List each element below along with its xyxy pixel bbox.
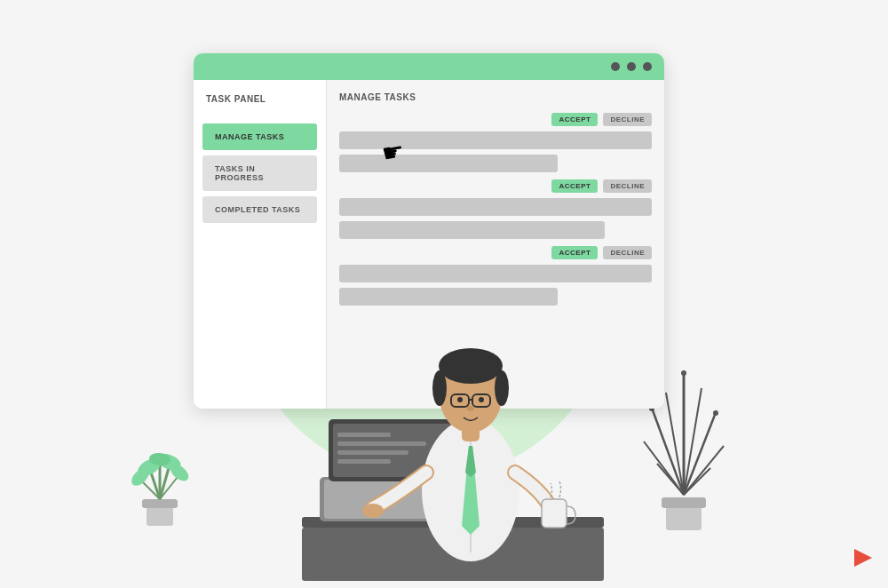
svg-point-50 — [681, 370, 686, 376]
svg-point-23 — [479, 397, 484, 402]
svg-point-18 — [495, 370, 509, 406]
svg-line-43 — [684, 415, 715, 495]
titlebar-dot-2 — [627, 62, 636, 71]
svg-point-16 — [439, 348, 503, 384]
svg-rect-28 — [142, 499, 178, 508]
sidebar-item-tasks-in-progress[interactable]: TASKS IN PROGRESS — [202, 155, 317, 191]
navigation-arrow-icon[interactable] — [851, 545, 876, 576]
svg-point-24 — [467, 406, 474, 411]
decline-button-2[interactable]: DECLINE — [603, 179, 652, 193]
svg-point-22 — [457, 397, 463, 402]
task-group-1: ACCEPT DECLINE — [339, 113, 652, 172]
scene: TASK PANEL MANAGE TASKS TASKS IN PROGRES… — [0, 0, 888, 588]
svg-rect-9 — [337, 459, 391, 464]
sidebar-item-completed-tasks[interactable]: COMPLETED TASKS — [202, 196, 317, 223]
accept-button-3[interactable]: ACCEPT — [551, 246, 598, 259]
person-illustration — [249, 259, 604, 588]
svg-line-42 — [653, 410, 684, 495]
svg-point-17 — [432, 370, 447, 406]
svg-rect-25 — [542, 499, 567, 528]
decline-button-3[interactable]: DECLINE — [603, 246, 652, 259]
task-actions-2: ACCEPT DECLINE — [339, 179, 652, 193]
svg-rect-7 — [337, 441, 426, 446]
task-row — [339, 221, 605, 239]
task-group-2: ACCEPT DECLINE — [339, 179, 652, 239]
task-row — [339, 131, 652, 149]
sidebar-item-manage-tasks[interactable]: MANAGE TASKS — [202, 123, 317, 150]
plant-left-icon — [124, 428, 195, 535]
window-titlebar — [194, 53, 664, 80]
task-row — [339, 155, 558, 172]
task-actions-3: ACCEPT DECLINE — [339, 246, 652, 259]
svg-rect-6 — [337, 433, 391, 437]
decline-button-1[interactable]: DECLINE — [603, 113, 652, 126]
main-title: MANAGE TASKS — [339, 92, 652, 102]
svg-marker-53 — [854, 549, 872, 567]
svg-line-48 — [666, 393, 684, 495]
task-row — [339, 198, 652, 216]
sidebar-title: TASK PANEL — [194, 94, 326, 118]
titlebar-dot-1 — [611, 62, 620, 71]
svg-point-52 — [713, 410, 718, 416]
svg-rect-40 — [662, 497, 706, 508]
svg-point-26 — [362, 504, 384, 518]
accept-button-2[interactable]: ACCEPT — [551, 179, 598, 193]
task-actions-1: ACCEPT DECLINE — [339, 113, 652, 126]
svg-rect-8 — [337, 450, 408, 455]
titlebar-dot-3 — [643, 62, 652, 71]
svg-line-45 — [684, 446, 724, 495]
accept-button-1[interactable]: ACCEPT — [551, 113, 598, 126]
